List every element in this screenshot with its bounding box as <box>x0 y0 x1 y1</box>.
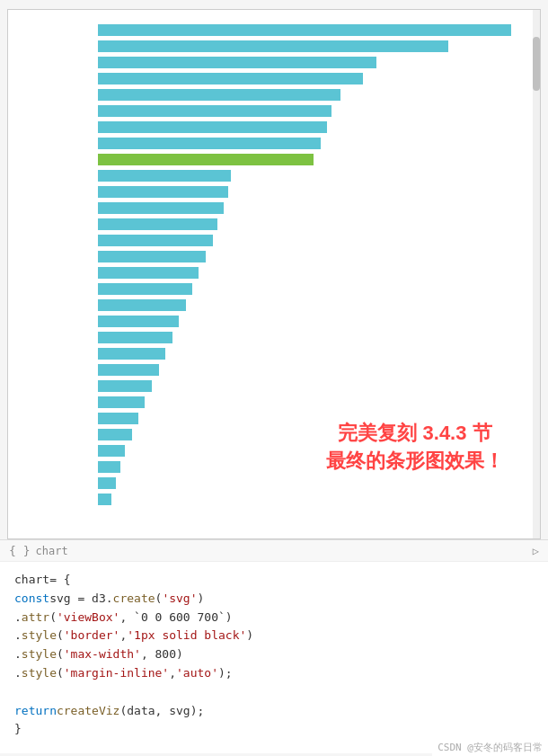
bar-row <box>98 379 531 393</box>
code-line: return createViz(data, svg); <box>14 702 534 721</box>
bar-row <box>98 266 531 280</box>
bar <box>98 73 363 84</box>
code-line: .attr('viewBox', `0 0 600 700`) <box>14 609 534 627</box>
bar-row <box>98 363 531 377</box>
bar <box>98 24 511 36</box>
code-token: . <box>14 664 22 683</box>
bar-row <box>98 88 531 102</box>
bar-row <box>98 396 531 409</box>
bar-row <box>98 120 531 134</box>
bar <box>98 316 179 327</box>
bar-row <box>98 331 531 344</box>
bar-row <box>98 476 531 490</box>
code-token: 'border' <box>64 627 120 645</box>
bar-row <box>98 282 531 296</box>
cell-label: chart <box>35 545 67 557</box>
bar-row <box>98 493 531 506</box>
code-token: 'max-width' <box>64 645 141 664</box>
bar-row <box>98 56 531 69</box>
bar <box>98 235 213 246</box>
bar <box>98 396 145 408</box>
bar <box>98 186 228 198</box>
page-wrapper: 完美复刻 3.4.3 节最终的条形图效果！ { } chart ▷ chart … <box>0 9 548 753</box>
bar <box>98 89 340 101</box>
bar <box>98 154 314 165</box>
bar-row <box>98 185 531 199</box>
scrollbar-thumb[interactable] <box>533 37 540 91</box>
code-token: '1px solid black' <box>127 627 246 645</box>
bar <box>98 170 231 182</box>
bar <box>98 40 448 52</box>
bar <box>98 332 172 343</box>
code-token: const <box>14 590 49 609</box>
bar <box>98 138 321 149</box>
code-token: } <box>14 720 22 739</box>
code-section: { } chart ▷ chart = { const svg = d3.cre… <box>0 539 548 753</box>
code-token: createViz <box>57 702 119 721</box>
bar <box>98 445 125 457</box>
bar-row <box>98 137 531 150</box>
bar <box>98 105 331 117</box>
bar-row <box>98 234 531 247</box>
bar <box>98 121 327 133</box>
bar <box>98 299 186 311</box>
code-token: style <box>22 627 57 645</box>
bar-row <box>98 218 531 231</box>
code-token: . <box>14 627 22 645</box>
bar-row <box>98 40 531 53</box>
code-token: ( <box>155 590 163 609</box>
bar-row <box>98 298 531 312</box>
code-token: . <box>14 609 22 627</box>
code-token: return <box>14 702 57 721</box>
run-icon[interactable]: ▷ <box>533 545 539 557</box>
code-toolbar-left: { } chart <box>9 544 68 557</box>
bar <box>98 251 206 262</box>
bar-row <box>98 250 531 263</box>
code-line: .style('margin-inline', 'auto'); <box>14 664 534 683</box>
code-token: style <box>22 645 57 664</box>
code-token: 'viewBox' <box>57 609 119 627</box>
bar <box>98 429 132 440</box>
bar <box>98 477 116 489</box>
bar <box>98 267 199 279</box>
code-token: 'auto' <box>176 664 218 683</box>
bar-row <box>98 315 531 328</box>
bar <box>98 461 120 473</box>
code-token: ( <box>57 645 64 664</box>
bar <box>98 380 152 392</box>
code-token: , `0 0 600 700`) <box>119 609 232 627</box>
code-token: (data, svg); <box>119 702 204 721</box>
code-token: ( <box>57 627 64 645</box>
code-token: . <box>14 645 22 664</box>
bar <box>98 348 165 360</box>
code-line: chart = { <box>14 571 534 590</box>
scrollbar-track[interactable] <box>533 10 540 538</box>
bar-row <box>98 201 531 215</box>
code-line: .style('border', '1px solid black') <box>14 627 534 645</box>
braces-icon: { } <box>9 544 30 557</box>
code-token: style <box>22 664 57 683</box>
bar-row <box>98 104 531 118</box>
bar-row <box>98 153 531 166</box>
code-line: const svg = d3.create('svg') <box>14 590 534 609</box>
bar <box>98 218 217 230</box>
code-block: chart = { const svg = d3.create('svg') .… <box>0 562 548 753</box>
bar <box>98 494 111 505</box>
code-token: attr <box>22 609 49 627</box>
annotation-text: 完美复刻 3.4.3 节最终的条形图效果！ <box>326 420 504 476</box>
code-token: , <box>119 627 127 645</box>
bar <box>98 364 159 376</box>
code-token: 'margin-inline' <box>64 664 169 683</box>
bar-row <box>98 72 531 85</box>
code-line <box>14 683 534 702</box>
code-token: , <box>169 664 176 683</box>
code-token: = { <box>49 571 70 590</box>
bar <box>98 413 138 424</box>
code-line: } <box>14 720 534 739</box>
code-token: chart <box>14 571 49 590</box>
code-line: .style('max-width', 800) <box>14 645 534 664</box>
bar <box>98 202 224 214</box>
code-token: , 800) <box>141 645 183 664</box>
csdn-footer: CSDN @安冬的码客日常 <box>432 739 548 756</box>
code-token: ( <box>57 664 64 683</box>
